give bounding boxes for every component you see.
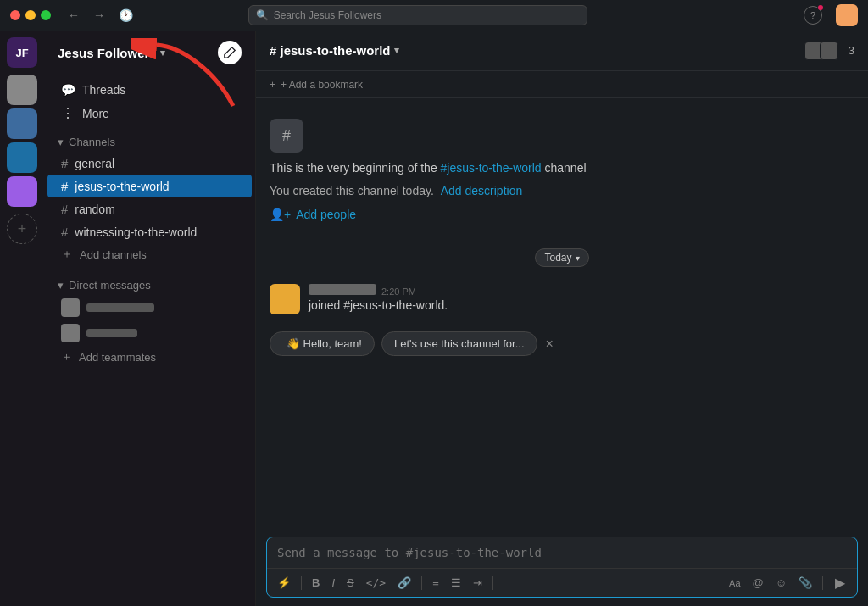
message-toolbar: ⚡ B I S </> 🔗 ≡ ☰ ⇥ Aa @ ☺ 📎: [267, 568, 857, 597]
dm-name-2: [86, 329, 137, 337]
add-channels-button[interactable]: ＋ Add channels: [47, 243, 252, 265]
plus-icon: ＋: [61, 349, 72, 364]
at-button[interactable]: @: [749, 574, 767, 592]
more-icon: ⋮: [61, 105, 75, 121]
unordered-list-button[interactable]: ☰: [448, 574, 465, 592]
message-avatar: [270, 284, 300, 314]
bookmark-bar: + + Add a bookmark: [256, 71, 868, 98]
main-content: # jesus-to-the-world ▾ 3 + + Add a bookm…: [256, 31, 868, 606]
chevron-down-icon: ▾: [58, 136, 64, 148]
date-pill[interactable]: Today ▾: [535, 248, 588, 267]
emoji-button[interactable]: ☺: [772, 574, 790, 592]
add-bookmark-button[interactable]: + + Add a bookmark: [270, 79, 363, 91]
sidebar-item-threads[interactable]: 💬 Threads: [47, 79, 252, 101]
bold-button[interactable]: B: [309, 574, 323, 592]
toolbar-divider: [301, 576, 302, 590]
lightning-button[interactable]: ⚡: [274, 574, 294, 592]
dm-item-1[interactable]: [47, 295, 252, 320]
message-meta: 2:20 PM: [309, 284, 854, 297]
add-person-icon: 👤+: [270, 208, 291, 221]
quick-replies: 👋 Hello, team! Let's use this channel fo…: [270, 331, 854, 356]
message-input[interactable]: [267, 537, 857, 564]
indent-button[interactable]: ⇥: [470, 574, 486, 592]
hash-icon: #: [61, 156, 68, 170]
member-count: 3: [849, 44, 854, 57]
forward-button[interactable]: →: [90, 7, 108, 24]
message-sender: [309, 284, 376, 295]
member-avatars[interactable]: [808, 42, 838, 60]
search-bar[interactable]: 🔍 Search Jesus Followers: [248, 5, 587, 25]
maximize-button[interactable]: [41, 10, 51, 20]
strikethrough-button[interactable]: S: [343, 574, 358, 592]
ordered-list-button[interactable]: ≡: [429, 574, 442, 592]
header-right: 3: [808, 42, 854, 60]
message-input-box: ⚡ B I S </> 🔗 ≡ ☰ ⇥ Aa @ ☺ 📎: [266, 537, 858, 598]
hash-icon: #: [61, 202, 68, 216]
code-button[interactable]: </>: [363, 574, 389, 592]
channel-header: # jesus-to-the-world ▾ 3: [256, 31, 868, 71]
message-time: 2:20 PM: [381, 286, 416, 297]
channel-beginning-icon: #: [270, 119, 303, 153]
add-workspace-button[interactable]: +: [7, 214, 37, 244]
quick-reply-channel[interactable]: Let's use this channel for...: [381, 331, 537, 356]
threads-icon: 💬: [61, 83, 75, 97]
channel-beginning-text: This is the very beginning of the #jesus…: [270, 159, 587, 177]
plus-icon: +: [270, 79, 275, 91]
search-placeholder: Search Jesus Followers: [274, 9, 381, 21]
dm-section[interactable]: ▾ Direct messages: [44, 272, 255, 295]
sidebar-channel-witnessing[interactable]: # witnessing-to-the-world: [47, 220, 252, 243]
dm-name-1: [86, 303, 154, 312]
toolbar-divider-2: [421, 576, 422, 590]
titlebar: ← → 🕐 🔍 Search Jesus Followers ?: [0, 0, 868, 31]
channel-sub-text: You created this channel today. Add desc…: [270, 184, 522, 197]
search-icon: 🔍: [256, 9, 269, 21]
channel-title[interactable]: # jesus-to-the-world ▾: [270, 43, 399, 58]
rail-avatar-3[interactable]: [7, 142, 37, 173]
dm-avatar-1: [61, 298, 80, 317]
notification-dot: [818, 5, 823, 10]
sidebar-channel-random[interactable]: # random: [47, 197, 252, 220]
rail-avatar-2[interactable]: [7, 108, 37, 139]
send-button[interactable]: ▶: [830, 572, 850, 593]
sidebar: Jesus Followers ▾ 💬 Threads ⋮ More ▾ Cha…: [44, 31, 256, 606]
add-people-button[interactable]: 👤+ Add people: [270, 204, 356, 225]
italic-button[interactable]: I: [328, 574, 338, 592]
message-content: 2:20 PM joined #jesus-to-the-world.: [309, 284, 854, 312]
sidebar-item-more[interactable]: ⋮ More: [47, 101, 252, 125]
icon-rail: JF +: [0, 31, 44, 606]
minimize-button[interactable]: [25, 10, 36, 20]
rail-avatar-1[interactable]: [7, 75, 37, 105]
close-button[interactable]: [10, 10, 20, 20]
compose-button[interactable]: [218, 41, 242, 64]
help-button[interactable]: ?: [804, 6, 822, 25]
sidebar-channel-general[interactable]: # general: [47, 152, 252, 175]
hash-icon: #: [61, 225, 68, 239]
dm-item-2[interactable]: [47, 320, 252, 346]
link-button[interactable]: 🔗: [394, 574, 415, 592]
history-button[interactable]: 🕐: [115, 7, 136, 24]
channels-section[interactable]: ▾ Channels: [44, 129, 255, 152]
add-description-link[interactable]: Add description: [441, 184, 523, 197]
app-body: JF + Jesus Followers ▾: [0, 31, 868, 606]
back-button[interactable]: ←: [64, 7, 83, 24]
attachment-button[interactable]: 📎: [795, 574, 815, 592]
dm-avatar-2: [61, 324, 80, 342]
hash-icon: #: [61, 179, 68, 193]
user-avatar[interactable]: [836, 4, 858, 26]
font-size-button[interactable]: Aa: [726, 575, 743, 591]
workspace-icon-jf[interactable]: JF: [7, 37, 37, 68]
quick-reply-close-button[interactable]: ×: [544, 336, 555, 352]
channel-link[interactable]: #jesus-to-the-world: [441, 161, 542, 175]
workspace-name[interactable]: Jesus Followers ▾: [58, 46, 165, 60]
date-divider: Today ▾: [270, 248, 854, 267]
messages-area: # This is the very beginning of the #jes…: [256, 98, 868, 530]
sidebar-header: Jesus Followers ▾: [44, 31, 255, 75]
rail-avatar-4[interactable]: [7, 176, 37, 207]
plus-icon: ＋: [61, 247, 73, 262]
toolbar-divider-4: [822, 576, 823, 590]
quick-reply-hello[interactable]: 👋 Hello, team!: [270, 331, 375, 356]
add-teammates-button[interactable]: ＋ Add teammates: [47, 346, 252, 368]
sidebar-channel-jesus-to-the-world[interactable]: # jesus-to-the-world: [47, 175, 252, 197]
chevron-down-icon: ▾: [58, 279, 64, 292]
member-avatar-2: [820, 42, 838, 60]
